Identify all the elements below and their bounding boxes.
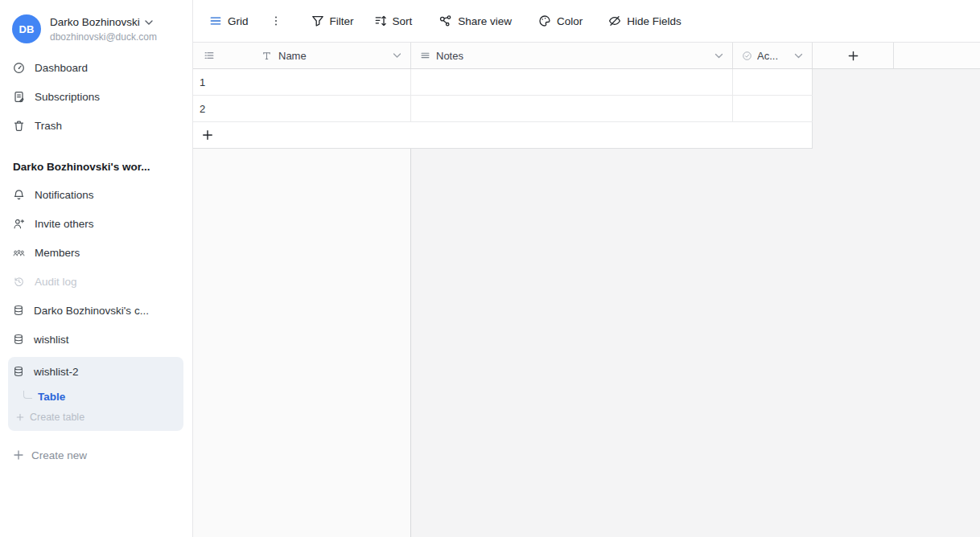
create-new-button[interactable]: Create new bbox=[0, 441, 192, 469]
sidebar-item-label: Members bbox=[35, 247, 80, 259]
main-area: Grid Filter Sort Share view Color bbox=[193, 0, 980, 537]
color-label: Color bbox=[557, 15, 583, 27]
sidebar-base-item[interactable]: wishlist bbox=[0, 325, 192, 354]
share-view-label: Share view bbox=[458, 15, 512, 27]
create-new-label: Create new bbox=[31, 449, 87, 461]
sort-icon bbox=[374, 14, 387, 27]
sidebar-item-invite-others[interactable]: Invite others bbox=[0, 209, 192, 238]
history-icon bbox=[13, 276, 25, 288]
hide-fields-button[interactable]: Hide Fields bbox=[608, 14, 681, 27]
eye-off-icon bbox=[608, 14, 621, 27]
plus-icon bbox=[16, 413, 24, 421]
add-field-button[interactable] bbox=[813, 43, 894, 68]
text-field-icon bbox=[261, 51, 272, 61]
sidebar-item-subscriptions[interactable]: Subscriptions bbox=[0, 82, 192, 111]
share-view-button[interactable]: Share view bbox=[439, 14, 512, 27]
create-table-label: Create table bbox=[30, 412, 84, 423]
plus-icon bbox=[202, 129, 213, 141]
table-link-label: Table bbox=[38, 391, 65, 403]
sidebar-item-label: Notifications bbox=[35, 189, 94, 201]
grid-view-label: Grid bbox=[228, 15, 249, 27]
database-icon bbox=[13, 334, 24, 345]
palette-icon bbox=[538, 14, 551, 27]
grid-view-button[interactable]: Grid bbox=[209, 14, 249, 27]
view-options-kebab[interactable] bbox=[270, 14, 282, 27]
avatar[interactable]: DB bbox=[12, 14, 41, 43]
chevron-down-icon[interactable] bbox=[794, 53, 803, 59]
database-icon bbox=[13, 366, 24, 377]
filter-label: Filter bbox=[330, 15, 354, 27]
user-menu[interactable]: DB Darko Bozhinovski dbozhinovski@duck.c… bbox=[0, 0, 192, 53]
column-label: Notes bbox=[436, 50, 463, 62]
user-plus-icon bbox=[13, 218, 25, 230]
sort-label: Sort bbox=[393, 15, 413, 27]
sidebar-item-label: Invite others bbox=[35, 218, 94, 230]
sidebar-item-audit-log[interactable]: Audit log bbox=[0, 267, 192, 296]
check-circle-icon bbox=[742, 51, 752, 61]
column-label: Ac... bbox=[757, 50, 778, 62]
table-row[interactable]: 2 bbox=[193, 96, 813, 122]
cell-ac[interactable] bbox=[733, 96, 813, 121]
sort-button[interactable]: Sort bbox=[374, 14, 413, 27]
sidebar-item-label: Subscriptions bbox=[35, 91, 100, 103]
database-icon bbox=[13, 305, 24, 316]
table-row[interactable]: 1 bbox=[193, 69, 813, 96]
row-number: 2 bbox=[193, 96, 411, 121]
app-window: DB Darko Bozhinovski dbozhinovski@duck.c… bbox=[0, 0, 980, 537]
hide-fields-label: Hide Fields bbox=[627, 15, 681, 27]
plus-icon bbox=[14, 450, 23, 460]
grid-view-icon bbox=[209, 14, 222, 27]
header-spacer bbox=[894, 43, 980, 68]
sidebar-item-label: Trash bbox=[35, 120, 62, 132]
row-number: 1 bbox=[193, 69, 411, 95]
grid-header-row: Name Notes Ac... bbox=[193, 42, 980, 69]
base-label: Darko Bozhinovski's c... bbox=[34, 305, 149, 317]
share-icon bbox=[439, 14, 452, 27]
trash-icon bbox=[13, 120, 25, 132]
long-text-icon bbox=[420, 51, 430, 61]
sidebar-item-dashboard[interactable]: Dashboard bbox=[0, 53, 192, 82]
grid-rows: 1 2 bbox=[193, 69, 813, 149]
add-row-button[interactable] bbox=[193, 122, 813, 149]
filter-icon bbox=[311, 14, 324, 27]
workspace-title: Darko Bozhinovski's wor... bbox=[0, 153, 192, 180]
column-header-name[interactable]: Name bbox=[193, 43, 411, 68]
view-toolbar: Grid Filter Sort Share view Color bbox=[193, 0, 980, 42]
selected-base-panel: wishlist-2 Table Create table bbox=[8, 357, 183, 431]
dashboard-icon bbox=[13, 62, 25, 74]
create-table-button[interactable]: Create table bbox=[8, 408, 183, 427]
sidebar-item-label: Dashboard bbox=[35, 62, 88, 74]
sidebar-item-label: Audit log bbox=[35, 276, 77, 288]
column-header-notes[interactable]: Notes bbox=[411, 43, 733, 68]
color-button[interactable]: Color bbox=[538, 14, 583, 27]
user-email: dbozhinovski@duck.com bbox=[50, 31, 157, 43]
chevron-down-icon[interactable] bbox=[393, 53, 401, 59]
filter-button[interactable]: Filter bbox=[311, 14, 354, 27]
cell-notes[interactable] bbox=[411, 69, 733, 95]
sidebar-table-link[interactable]: Table bbox=[8, 386, 183, 408]
tree-elbow bbox=[23, 391, 32, 399]
kebab-icon bbox=[270, 14, 282, 27]
sidebar: DB Darko Bozhinovski dbozhinovski@duck.c… bbox=[0, 0, 193, 537]
plus-icon bbox=[847, 50, 859, 62]
column-label: Name bbox=[278, 50, 307, 62]
cell-ac[interactable] bbox=[733, 69, 813, 95]
grid-view: Name Notes Ac... bbox=[193, 42, 980, 537]
bell-icon bbox=[13, 189, 25, 201]
chevron-down-icon bbox=[145, 20, 153, 25]
user-name: Darko Bozhinovski bbox=[50, 16, 140, 28]
column-header-ac[interactable]: Ac... bbox=[733, 43, 813, 68]
sidebar-item-notifications[interactable]: Notifications bbox=[0, 180, 192, 209]
sidebar-item-members[interactable]: Members bbox=[0, 238, 192, 267]
sidebar-item-trash[interactable]: Trash bbox=[0, 111, 192, 140]
chevron-down-icon[interactable] bbox=[714, 53, 723, 59]
subscriptions-icon bbox=[13, 91, 25, 103]
sidebar-base-item[interactable]: Darko Bozhinovski's c... bbox=[0, 296, 192, 325]
base-label: wishlist bbox=[34, 334, 69, 346]
sidebar-base-item-selected[interactable]: wishlist-2 bbox=[8, 357, 183, 386]
row-list-icon bbox=[204, 50, 215, 61]
cell-notes[interactable] bbox=[411, 96, 733, 121]
base-label: wishlist-2 bbox=[34, 366, 79, 378]
users-icon bbox=[13, 247, 25, 259]
